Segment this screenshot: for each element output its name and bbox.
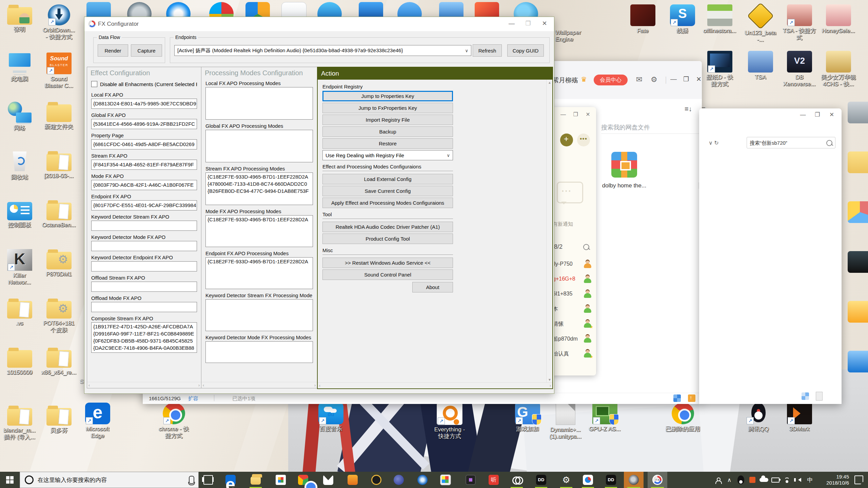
capture-button[interactable]: Capture xyxy=(131,44,162,57)
filter-refresh-icons[interactable]: ∨ ↻ xyxy=(709,140,719,146)
scroll-right-icon[interactable]: › xyxy=(550,383,551,388)
taskbar-dolby-2[interactable]: DD xyxy=(601,472,620,488)
tray-audio-manager-icon[interactable] xyxy=(747,472,758,488)
mail-icon[interactable]: ✉ xyxy=(636,75,642,84)
scroll-right-icon[interactable]: › xyxy=(198,383,200,388)
mode-fx-apo-input[interactable]: {0803F79D-A6CB-42F1-A46C-A1B0F067FE xyxy=(91,180,197,190)
close-button[interactable]: ✕ xyxy=(583,111,593,118)
hidden-icons-chevron[interactable]: ∧ xyxy=(724,472,735,488)
global-fx-modes-input[interactable] xyxy=(205,130,313,162)
endpoint-fx-apo-input[interactable]: {801F7DFC-E551-4E01-9CAF-29BFC339984 xyxy=(91,200,197,210)
checkbox[interactable] xyxy=(91,81,97,87)
desktop-icon-unitypackage[interactable]: Dynamic+... (1).unitypa... xyxy=(546,403,585,440)
desktop-icon-offlinestorage[interactable]: offlinestora... xyxy=(700,4,739,34)
title-bar[interactable]: FX Configurator — ❐ ✕ xyxy=(84,17,554,31)
jump-fxproperties-key-button[interactable]: Jump to FxProperties Key xyxy=(322,103,453,113)
desktop-icon-beethoven[interactable]: 贝多芬 xyxy=(39,405,79,434)
maximize-button[interactable]: ❐ xyxy=(811,111,824,118)
desktop-icon-mahoutsukai[interactable]: 美少女万华镜 4CHS - 快... xyxy=(819,51,858,87)
mode-fx-modes-input[interactable]: {C18E2F7E-933D-4965-B7D1-1EEF228D2A xyxy=(205,215,313,247)
desktop-icon-db-xenoverse[interactable]: DB Xenoverse... xyxy=(780,51,819,87)
taskbar-explorer[interactable] xyxy=(246,472,265,488)
composite-stream-fx-apo-input[interactable]: {1B917FE2-47D1-425D-A26E-AFCDBDA7A {D991… xyxy=(91,322,197,353)
taskbar-rgb-app[interactable] xyxy=(436,472,455,488)
taskbar-search-input[interactable]: 在这里输入你要搜索的内容 xyxy=(20,472,199,488)
desktop-icon-chrome[interactable]: ↗ chrome - 快 捷方式 xyxy=(154,403,194,439)
page-icon[interactable] xyxy=(816,392,823,401)
desktop-icon-edge[interactable]: ↗ Microsoft Edge xyxy=(78,403,117,439)
horizontal-scrollbar[interactable]: ‹› xyxy=(201,382,317,388)
taskbar-chrome[interactable] xyxy=(294,472,313,488)
load-external-config-button[interactable]: Load External Config xyxy=(322,174,453,184)
taskbar-cpu-app[interactable] xyxy=(461,472,480,488)
desktop-icon-killer-network[interactable]: ↗ Killer Networ... xyxy=(0,249,39,286)
kd-mode-fx-modes-input[interactable] xyxy=(205,341,313,363)
import-registry-file-button[interactable]: Import Registry File xyxy=(322,115,453,125)
taskbar-ting[interactable]: 听 xyxy=(484,472,503,488)
desktop-icon-honeyselect[interactable]: HoneySele... xyxy=(819,4,858,34)
taskbar-plum[interactable] xyxy=(389,472,408,488)
taskbar-flashget[interactable] xyxy=(413,472,432,488)
minimize-button[interactable]: — xyxy=(504,20,519,27)
desktop-icon-sliver[interactable] xyxy=(848,201,868,223)
desktop-icon-orbit-downloader[interactable]: ↗ OrbitDown... - 快捷方式 xyxy=(39,4,79,40)
ime-indicator[interactable]: 中 xyxy=(804,472,816,488)
minimize-button[interactable]: — xyxy=(796,111,809,118)
member-row[interactable]: g+16G+8 xyxy=(553,274,593,285)
kd-mode-fx-apo-input[interactable] xyxy=(91,241,197,251)
taskbar-netdisk[interactable] xyxy=(578,472,597,488)
global-fx-apo-input[interactable]: {53641EC4-4566-4896-919A-2FBB21FD2FC xyxy=(91,119,197,129)
member-row[interactable]: 6I1+835 xyxy=(553,289,593,300)
taskbar-dolby[interactable] xyxy=(507,472,526,488)
netdisk-search-input[interactable]: 搜索我的网盘文件 xyxy=(601,121,713,134)
endpoint-fx-modes-input[interactable]: {C18E2F7E-933D-4965-B7D1-1EEF228D2A xyxy=(205,257,313,289)
desktop-icon-recycle-bin[interactable]: 回收站 xyxy=(0,151,39,181)
member-row[interactable]: 始认真★ xyxy=(553,349,593,359)
scroll-left-icon[interactable]: ‹ xyxy=(203,383,204,388)
scroll-right-icon[interactable]: › xyxy=(314,383,316,388)
desktop-icon-wallpaper-shortcut[interactable]: ↗ 壁纸D - 快 捷方式 xyxy=(700,51,739,87)
vip-center-button[interactable]: 会员中心 xyxy=(594,75,628,85)
action-center-icon[interactable] xyxy=(854,475,863,484)
new-chat-button[interactable] xyxy=(560,134,573,146)
desktop-icon-everything[interactable]: ↗ Everything - 快捷方式 xyxy=(430,403,469,440)
expand-link[interactable]: 扩容 xyxy=(188,395,198,402)
maximize-button[interactable]: ❐ xyxy=(521,20,536,27)
sort-icon[interactable]: ≡↓ xyxy=(685,105,692,113)
taskbar-store[interactable] xyxy=(271,472,290,488)
close-button[interactable]: ✕ xyxy=(825,111,838,118)
stream-fx-apo-input[interactable]: {F841F354-41AB-4652-81EF-F879AE87F9F xyxy=(91,160,197,170)
render-button[interactable]: Render xyxy=(98,44,128,57)
taskbar-edge[interactable] xyxy=(221,472,240,488)
member-row[interactable]: 本 xyxy=(553,304,593,314)
desktop-icon-un123-beta[interactable]: Un123_beta -... xyxy=(741,4,780,43)
member-row[interactable]: 情愫★ xyxy=(553,319,593,329)
refresh-button[interactable]: Refresh xyxy=(473,44,502,57)
download-search-input[interactable]: 搜索“创新sb720” xyxy=(747,137,835,148)
local-fx-apo-input[interactable]: {D8813D24-E801-4a75-9985-30E7CC9DBD9 xyxy=(91,99,197,109)
apply-config-button[interactable]: Apply Effect and Processing Modes Config… xyxy=(322,198,453,208)
desktop-icon-xianbo[interactable]: ↗ 线播 xyxy=(663,4,702,34)
maximize-button[interactable]: ❐ xyxy=(683,75,689,83)
kd-stream-fx-apo-input[interactable] xyxy=(91,221,197,231)
desktop-icon-user-folder[interactable]: 张明 xyxy=(0,4,39,33)
desktop-icon-gamepp[interactable]: ↗ 游戏加加 xyxy=(508,403,547,432)
desktop-icon-sound-blaster[interactable]: ↗ Sound Blaster C... xyxy=(39,53,79,89)
maximize-button[interactable]: ❐ xyxy=(570,111,581,118)
offload-mode-fx-apo-input[interactable] xyxy=(91,302,197,312)
restart-audio-service-button[interactable]: >> Restart Windows Audio Service << xyxy=(322,258,453,268)
start-button[interactable] xyxy=(0,472,20,488)
scroll-down-icon[interactable]: ▼ xyxy=(548,378,551,382)
desktop-icon-sliver[interactable] xyxy=(848,351,868,372)
copy-guid-button[interactable]: Copy GUID xyxy=(507,44,544,57)
desktop-icon-x86-x64[interactable]: x86_x64_re... xyxy=(39,347,79,376)
taskbar-dolby-atmos[interactable]: DD xyxy=(532,472,551,488)
save-current-config-button[interactable]: Save Current Config xyxy=(322,186,453,196)
desktop-icon-blender-plugin[interactable]: blender_m... 插件 (导入... xyxy=(0,405,39,441)
horizontal-scrollbar[interactable]: ‹› xyxy=(87,382,201,388)
grid-view-icon[interactable] xyxy=(802,392,809,400)
desktop-icon-qq[interactable]: ↗ 腾讯QQ xyxy=(739,403,778,432)
member-row[interactable]: fly-P750 xyxy=(553,260,593,270)
settings-gear-icon[interactable]: ⚙ xyxy=(651,75,657,84)
close-button[interactable]: ✕ xyxy=(537,20,552,27)
